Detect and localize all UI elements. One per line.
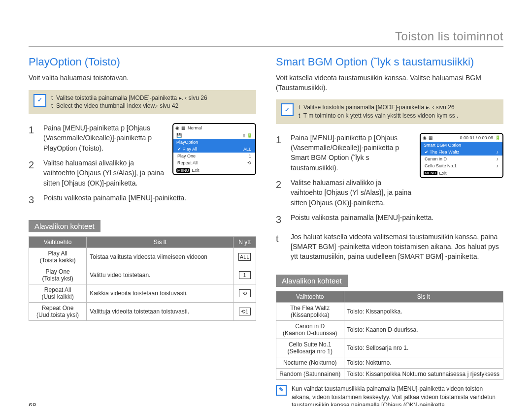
camera-icon: ◉: [423, 135, 427, 140]
lcd-item: Cello Suite No.1 ♪: [421, 162, 502, 169]
step-number: 1: [29, 123, 37, 153]
info-icon: ✎: [276, 385, 287, 396]
note-box-right: ✓ Valitse toistotila painamalla [MODE]-p…: [276, 99, 503, 124]
signal-icon: ▯: [243, 133, 245, 138]
one-icon: 1: [249, 154, 251, 158]
smartbgm-intro: Voit katsella videota taustamusiikin kan…: [276, 73, 503, 93]
note-line: Valitse toistotila painamalla [MODE]-pai…: [51, 94, 207, 102]
lcd-mode: Normal: [188, 125, 202, 130]
lcd-item: Play One 1: [173, 153, 255, 159]
table-row: Repeat All(Uusi kaikki) Kaikkia videoita…: [29, 284, 256, 302]
battery-icon: 🔋: [247, 133, 252, 138]
step-number: 2: [276, 178, 285, 208]
smartbgm-heading: Smart BGM Option (˜lyk s taustamusiikki): [276, 56, 503, 68]
table-row: Repeat One(Uud.toista yksi) Valittuja vi…: [29, 302, 256, 320]
right-column: Smart BGM Option (˜lyk s taustamusiikki)…: [276, 56, 503, 406]
repeat-all-icon: ⟲: [239, 289, 251, 297]
note-icon: ♪: [497, 156, 499, 161]
section-title: Toiston lis toiminnot: [29, 30, 503, 47]
table-row: Cello Suite No.1(Sellosarja nro 1) Toist…: [276, 339, 503, 357]
lcd-preview-smartbgm: ◉ ▦ 0:00:01 / 0:00:06 🔋 Smart BGM Option…: [420, 133, 503, 178]
menu-chip: MENU: [424, 171, 437, 175]
step-number: 3: [29, 193, 37, 207]
note-line: T m toiminto on k ytett viss vain yksitt…: [299, 112, 458, 120]
battery-icon: 🔋: [495, 135, 500, 140]
step-text: Valitse haluamasi alivalikko ja vaihtoeh…: [43, 158, 167, 188]
menu-chip: MENU: [176, 168, 190, 173]
check-icon: ✓: [281, 103, 294, 116]
table-row: Play One(Toista yksi) Valittu video tois…: [29, 266, 256, 284]
step-number: 1: [276, 133, 285, 173]
repeat-one-icon: ⟲1: [239, 308, 251, 315]
sd-icon: 💾: [176, 133, 182, 138]
note-line: Select the video thumbnail index view.‹ …: [51, 102, 207, 110]
table-row: Play All(Toista kaikki) Toistaa valitust…: [29, 248, 256, 266]
table-row: The Flea Waltz(Kissanpolkka) Toisto: Kis…: [276, 302, 503, 320]
page-number: 68: [29, 402, 36, 406]
note-icon: ♪: [497, 163, 499, 168]
play-all-icon: ALL: [238, 253, 251, 261]
lcd-item: Canon in D ♪: [421, 156, 502, 162]
submenu-items-heading: Alavalikon kohteet: [29, 220, 100, 232]
step-text: Jos haluat katsella videota valitsemasi …: [291, 232, 503, 262]
step-number: t: [276, 232, 285, 262]
table-row: Canon in D(Kaanon D-duurissa) Toisto: Ka…: [276, 320, 503, 339]
step-text: Paina [MENU]-painiketta p [Ohjaus (Vasem…: [291, 133, 415, 173]
table-header: Vaihtoehto: [29, 236, 87, 248]
table-header: Vaihtoehto: [276, 291, 344, 302]
step-number: 2: [29, 158, 37, 188]
check-icon: ✓: [33, 94, 46, 107]
table-header: Sis lt: [87, 236, 233, 248]
lcd-exit: Exit: [439, 171, 447, 176]
left-column: PlayOption (Toisto) Voit valita haluamas…: [29, 56, 256, 406]
playoption-intro: Voit valita haluamasi toistotavan.: [29, 73, 256, 83]
step-text: Paina [MENU]-painiketta p [Ohjaus (Vasem…: [43, 123, 167, 153]
lcd-exit: Exit: [192, 168, 200, 173]
lcd-item: Repeat All ⟲: [173, 159, 255, 166]
table-row: Nocturne (Nokturno) Toisto: Nokturno.: [276, 357, 503, 368]
play-one-icon: 1: [239, 271, 251, 279]
step-text: Poistu valikosta painamalla [MENU]-paini…: [43, 193, 256, 207]
playoption-table: Vaihtoehto Sis lt N ytt Play All(Toista …: [29, 236, 256, 321]
table-row: Random (Satunnainen) Toisto: Kissanpolkk…: [276, 368, 503, 379]
footnote-box: ✎ Kun vaihdat taustamusiikkia painamalla…: [276, 385, 503, 406]
grid-icon: ▦: [181, 125, 186, 130]
step-number: 3: [276, 213, 285, 227]
lcd-item-selected: ✔ Play All ALL: [173, 146, 255, 153]
table-header: Sis lt: [344, 291, 503, 302]
step-text: Poistu valikosta painamalla [MENU]-paini…: [291, 213, 503, 227]
footnote-text: Kun vaihdat taustamusiikkia painamalla […: [292, 385, 503, 406]
submenu-items-heading: Alavalikon kohteet: [276, 275, 348, 287]
repeat-icon: ⟲: [247, 160, 251, 165]
note-line: Valitse toistotila painamalla [MODE]-pai…: [299, 103, 458, 112]
note-box-left: ✓ Valitse toistotila painamalla [MODE]-p…: [29, 90, 256, 115]
smartbgm-table: Vaihtoehto Sis lt The Flea Waltz(Kissanp…: [276, 291, 503, 380]
note-icon: ♪: [497, 150, 499, 155]
camera-icon: ◉: [175, 125, 179, 130]
table-header: N ytt: [233, 236, 256, 248]
lcd-time: 0:00:01 / 0:00:06: [460, 135, 493, 140]
all-icon: ALL: [243, 147, 251, 152]
lcd-preview-playoption: ◉ ▦ Normal 💾 ▯ 🔋 PlayOption ✔ Play All A…: [172, 123, 256, 175]
lcd-title: PlayOption: [173, 139, 255, 146]
playoption-heading: PlayOption (Toisto): [29, 56, 256, 68]
grid-icon: ▦: [429, 135, 433, 140]
lcd-item-selected: ✔ The Flea Waltz ♪: [421, 149, 502, 156]
step-text: Valitse haluamasi alivalikko ja vaihtoeh…: [291, 178, 415, 208]
lcd-title: Smart BGM Option: [421, 142, 502, 149]
